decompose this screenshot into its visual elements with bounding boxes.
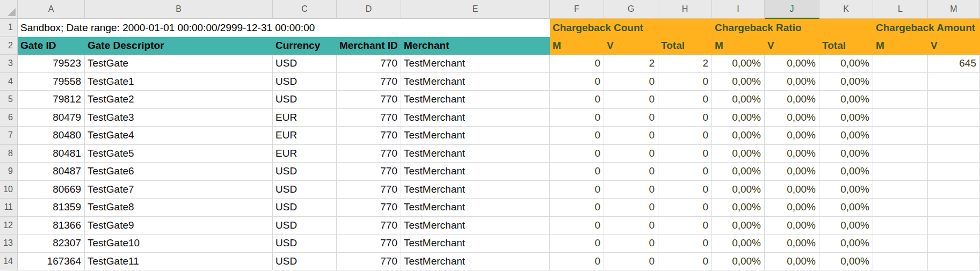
cell[interactable]: TestGate10 (85, 235, 273, 253)
cell[interactable]: 770 (337, 109, 401, 127)
cell[interactable]: 0 (550, 235, 604, 253)
column-header-currency[interactable]: Currency (273, 37, 337, 55)
cell[interactable]: 0 (604, 199, 658, 217)
cell[interactable] (928, 199, 980, 217)
cell[interactable] (873, 55, 928, 73)
cell[interactable]: 0 (550, 127, 604, 145)
cell[interactable]: 0 (604, 91, 658, 109)
cell[interactable] (928, 73, 980, 91)
cell[interactable]: USD (273, 217, 337, 235)
column-header-l[interactable]: L (873, 0, 928, 19)
column-header-k[interactable]: K (819, 0, 873, 19)
cell[interactable]: TestGate2 (85, 91, 273, 109)
cell[interactable]: EUR (273, 127, 337, 145)
cell[interactable]: 0,00% (765, 163, 819, 181)
cell[interactable]: TestMerchant (401, 73, 550, 91)
cell[interactable]: 0 (550, 163, 604, 181)
row-number[interactable]: 3 (0, 55, 18, 73)
cell[interactable]: 0,00% (819, 217, 873, 235)
column-header-e[interactable]: E (401, 0, 550, 19)
cell[interactable]: 0 (658, 199, 712, 217)
cell[interactable]: TestGate6 (85, 163, 273, 181)
cell[interactable]: 0,00% (819, 73, 873, 91)
cell[interactable]: 0 (658, 91, 712, 109)
cell[interactable]: USD (273, 73, 337, 91)
group-header-chargeback-count[interactable]: Chargeback Count (550, 19, 712, 37)
sub-header-total[interactable]: Total (819, 37, 873, 55)
row-number[interactable]: 8 (0, 145, 18, 163)
column-header-merchant[interactable]: Merchant (401, 37, 550, 55)
cell[interactable]: 80480 (18, 127, 85, 145)
cell[interactable]: 0,00% (712, 235, 765, 253)
cell[interactable]: 0 (604, 217, 658, 235)
cell[interactable]: 0 (658, 163, 712, 181)
cell[interactable]: 0,00% (712, 127, 765, 145)
cell[interactable]: TestMerchant (401, 235, 550, 253)
row-number[interactable]: 9 (0, 163, 18, 181)
cell[interactable]: 0,00% (765, 73, 819, 91)
column-header-c[interactable]: C (273, 0, 337, 19)
cell[interactable]: 0 (658, 253, 712, 271)
cell[interactable]: 770 (337, 73, 401, 91)
cell[interactable]: 81359 (18, 199, 85, 217)
row-number[interactable]: 6 (0, 109, 18, 127)
cell[interactable]: 79812 (18, 91, 85, 109)
cell[interactable] (873, 253, 928, 271)
cell[interactable]: TestMerchant (401, 91, 550, 109)
cell[interactable]: TestGate1 (85, 73, 273, 91)
cell[interactable]: 0,00% (765, 109, 819, 127)
sub-header-v[interactable]: V (928, 37, 980, 55)
cell[interactable] (873, 145, 928, 163)
cell[interactable]: 79558 (18, 73, 85, 91)
cell[interactable] (928, 163, 980, 181)
column-header-gate-id[interactable]: Gate ID (18, 37, 85, 55)
cell[interactable]: USD (273, 253, 337, 271)
column-header-h[interactable]: H (658, 0, 712, 19)
cell[interactable]: 0 (658, 181, 712, 199)
cell[interactable]: TestGate (85, 55, 273, 73)
cell[interactable]: 770 (337, 181, 401, 199)
cell[interactable]: 0,00% (819, 199, 873, 217)
cell[interactable]: 0 (658, 109, 712, 127)
cell[interactable]: 0 (550, 181, 604, 199)
row-number[interactable]: 4 (0, 73, 18, 91)
cell[interactable]: USD (273, 235, 337, 253)
cell[interactable]: 0 (550, 109, 604, 127)
cell[interactable]: 2 (658, 55, 712, 73)
cell[interactable]: TestMerchant (401, 127, 550, 145)
column-header-gate-descriptor[interactable]: Gate Descriptor (85, 37, 273, 55)
cell[interactable]: 0,00% (712, 91, 765, 109)
cell[interactable] (928, 181, 980, 199)
row-number[interactable]: 1 (0, 19, 18, 37)
row-number[interactable]: 2 (0, 37, 18, 55)
column-header-f[interactable]: F (550, 0, 604, 19)
cell[interactable]: 0,00% (712, 181, 765, 199)
cell[interactable] (873, 235, 928, 253)
cell[interactable]: USD (273, 163, 337, 181)
cell[interactable]: 0,00% (712, 163, 765, 181)
cell[interactable]: 645 (928, 55, 980, 73)
cell[interactable]: 0,00% (819, 235, 873, 253)
cell[interactable]: 79523 (18, 55, 85, 73)
cell[interactable]: 0,00% (712, 253, 765, 271)
row-number[interactable]: 7 (0, 127, 18, 145)
cell[interactable]: 0 (658, 73, 712, 91)
cell[interactable]: 0 (604, 235, 658, 253)
row-number[interactable]: 12 (0, 217, 18, 235)
cell[interactable] (928, 109, 980, 127)
cell[interactable] (873, 109, 928, 127)
cell[interactable] (928, 235, 980, 253)
cell[interactable] (873, 127, 928, 145)
column-header-g[interactable]: G (604, 0, 658, 19)
select-all-corner[interactable] (0, 0, 18, 19)
cell[interactable]: USD (273, 91, 337, 109)
row-number[interactable]: 11 (0, 199, 18, 217)
sub-header-total[interactable]: Total (658, 37, 712, 55)
cell[interactable]: 770 (337, 253, 401, 271)
cell[interactable]: 0,00% (819, 253, 873, 271)
cell[interactable]: 0 (550, 145, 604, 163)
row-number[interactable]: 13 (0, 235, 18, 253)
cell[interactable] (928, 217, 980, 235)
cell[interactable]: TestGate11 (85, 253, 273, 271)
cell[interactable]: 770 (337, 199, 401, 217)
